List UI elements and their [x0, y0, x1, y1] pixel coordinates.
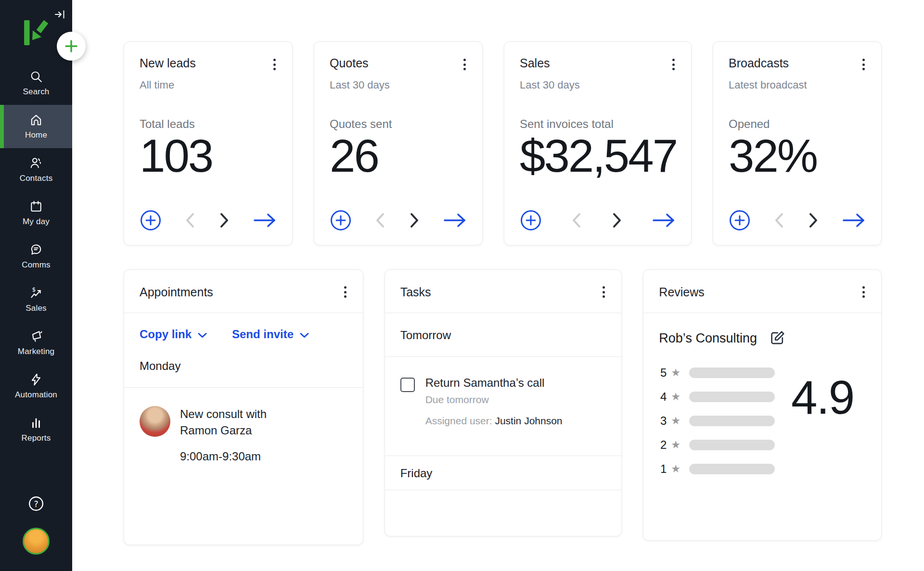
sidebar-item-label: Sales — [26, 304, 47, 313]
megaphone-icon — [29, 330, 43, 343]
svg-text:?: ? — [34, 499, 38, 509]
send-invite-dropdown[interactable]: Send invite — [232, 328, 309, 341]
sidebar-item-contacts[interactable]: Contacts — [0, 148, 72, 191]
sidebar-item-label: Contacts — [20, 174, 53, 183]
help-icon[interactable]: ? — [27, 495, 45, 512]
chevron-left-icon[interactable] — [774, 212, 784, 228]
chevron-left-icon[interactable] — [375, 212, 385, 228]
sidebar-item-search[interactable]: Search — [0, 62, 72, 105]
appointments-card: Appointments Copy link Send invite — [124, 269, 363, 545]
sidebar-item-label: Comms — [22, 260, 51, 270]
stat-card-new-leads: New leads All time Total leads 103 — [124, 41, 293, 245]
rating-bar-track — [689, 464, 775, 474]
card-subtitle: All time — [140, 79, 278, 91]
appointments-day-label: Monday — [124, 341, 363, 388]
task-assigned: Assigned user: Justin Johnson — [425, 415, 563, 427]
add-circle-icon[interactable] — [330, 209, 352, 231]
sidebar-item-label: Home — [25, 130, 47, 140]
chevron-right-icon[interactable] — [219, 212, 230, 228]
rating-row: 2 ★ — [659, 438, 775, 452]
expand-sidebar-icon[interactable] — [54, 10, 66, 21]
star-icon: ★ — [671, 463, 680, 475]
add-circle-icon[interactable] — [520, 209, 542, 231]
card-subtitle: Last 30 days — [520, 79, 677, 91]
card-subtitle: Latest broadcast — [729, 79, 867, 91]
overall-rating: 4.9 — [791, 374, 854, 476]
kebab-menu-icon[interactable] — [601, 284, 607, 300]
appointment-list-item[interactable]: New consult with Ramon Garza 9:00am-9:30… — [124, 388, 363, 463]
task-title: Return Samantha’s call — [425, 376, 563, 390]
sidebar-item-comms[interactable]: Comms — [0, 235, 72, 278]
lightning-icon — [29, 373, 43, 386]
metric-label: Opened — [729, 117, 867, 131]
sidebar-item-label: Search — [23, 87, 49, 97]
sidebar-item-label: Reports — [22, 433, 51, 443]
rating-row: 4 ★ — [659, 390, 775, 404]
chevron-right-icon[interactable] — [409, 212, 420, 228]
sidebar-item-sales[interactable]: $ Sales — [0, 278, 72, 321]
send-invite-label: Send invite — [232, 328, 294, 341]
add-button[interactable] — [57, 32, 86, 61]
business-name: Rob’s Consulting — [659, 331, 757, 346]
star-icon: ★ — [671, 367, 680, 379]
kebab-menu-icon[interactable] — [462, 56, 468, 73]
metric-value: $32,547 — [520, 132, 677, 180]
sidebar-item-label: Automation — [15, 390, 57, 400]
chevron-down-icon — [300, 328, 309, 341]
card-title: Tasks — [400, 285, 431, 299]
sidebar-item-marketing[interactable]: Marketing — [0, 321, 72, 365]
rating-bar-track — [689, 440, 775, 450]
tasks-section-tomorrow: Tomorrow — [385, 313, 622, 357]
chat-icon — [29, 243, 43, 256]
metric-label: Quotes sent — [330, 117, 468, 131]
tasks-card: Tasks Tomorrow Return Samantha’s call Du… — [385, 269, 622, 536]
bar-chart-icon — [29, 416, 43, 430]
rating-row: 1 ★ — [659, 462, 775, 476]
metric-value: 103 — [140, 132, 278, 180]
card-title: Broadcasts — [729, 56, 789, 70]
svg-text:$: $ — [32, 286, 36, 293]
kebab-menu-icon[interactable] — [860, 284, 867, 300]
assigned-label: Assigned user: — [425, 415, 492, 426]
kebab-menu-icon[interactable] — [860, 56, 867, 73]
chevron-right-icon[interactable] — [612, 212, 622, 228]
reviews-card: Reviews Rob’s Consulting 5 ★ — [643, 269, 882, 541]
copy-link-dropdown[interactable]: Copy link — [140, 328, 207, 341]
edit-icon[interactable] — [769, 330, 786, 347]
star-count: 3 — [659, 414, 667, 428]
tasks-section-friday: Friday — [385, 456, 622, 490]
user-avatar[interactable] — [23, 528, 50, 555]
arrow-right-icon[interactable] — [652, 212, 677, 228]
sidebar-item-automation[interactable]: Automation — [0, 365, 72, 408]
assigned-user: Justin Johnson — [495, 415, 562, 426]
arrow-right-icon[interactable] — [253, 212, 278, 228]
star-count: 4 — [659, 390, 667, 404]
add-circle-icon[interactable] — [729, 209, 751, 231]
kebab-menu-icon[interactable] — [342, 284, 348, 300]
sidebar-item-my-day[interactable]: My day — [0, 191, 72, 235]
chevron-left-icon[interactable] — [185, 212, 195, 228]
sidebar-item-home[interactable]: Home — [0, 105, 72, 148]
kebab-menu-icon[interactable] — [670, 56, 677, 73]
dashboard-main: New leads All time Total leads 103 — [72, 0, 924, 545]
kebab-menu-icon[interactable] — [271, 56, 278, 73]
arrow-right-icon[interactable] — [842, 212, 867, 228]
rating-bar-track — [689, 392, 775, 402]
chevron-right-icon[interactable] — [808, 212, 819, 228]
add-circle-icon[interactable] — [140, 209, 162, 231]
calendar-icon — [29, 200, 43, 213]
star-icon: ★ — [671, 391, 680, 403]
star-count: 1 — [659, 462, 667, 476]
sidebar: Search Home Contacts My day — [0, 0, 72, 571]
task-list-item[interactable]: Return Samantha’s call Due tomorrow Assi… — [385, 357, 622, 456]
stat-card-sales: Sales Last 30 days Sent invoices total $… — [504, 41, 692, 245]
chevron-left-icon[interactable] — [571, 212, 582, 228]
sidebar-item-reports[interactable]: Reports — [0, 408, 72, 451]
card-title: Sales — [520, 56, 550, 70]
arrow-right-icon[interactable] — [443, 212, 468, 228]
keap-logo-icon[interactable] — [24, 19, 49, 48]
card-title: Quotes — [330, 56, 369, 70]
task-checkbox[interactable] — [400, 378, 415, 392]
sales-icon: $ — [29, 286, 43, 300]
card-title: New leads — [140, 56, 196, 70]
